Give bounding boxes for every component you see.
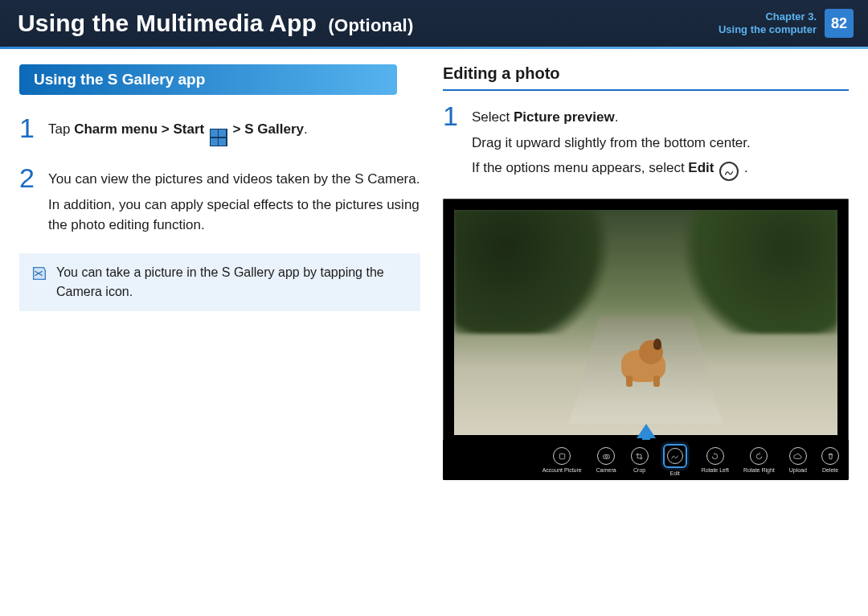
- delete-icon: [826, 452, 835, 461]
- step-2-line-2: In addition, you can apply special effec…: [48, 195, 420, 236]
- step-body: Select Picture preview. Drag it upward s…: [472, 102, 751, 181]
- right-step1-line3: If the options menu appears, select Edit…: [472, 158, 751, 181]
- upload-icon: [793, 452, 802, 461]
- step-number: 1: [19, 114, 39, 146]
- note-icon: [31, 265, 48, 282]
- photo-toolbar: Account Picture Camera Crop Edit: [443, 440, 849, 480]
- rotate-right-icon: [755, 452, 764, 461]
- header-right: Chapter 3. Using the computer 82: [719, 9, 854, 38]
- tool-delete[interactable]: Delete: [821, 447, 839, 473]
- page-title: Using the Multimedia App (Optional): [18, 10, 413, 37]
- step-number: 1: [443, 102, 462, 181]
- photo-viewport[interactable]: [454, 210, 837, 435]
- title-optional: (Optional): [329, 15, 414, 35]
- account-picture-icon: [558, 452, 567, 461]
- title-main: Using the Multimedia App: [18, 10, 317, 36]
- crop-icon: [635, 452, 644, 461]
- right-heading: Editing a photo: [443, 64, 849, 91]
- tool-account-picture[interactable]: Account Picture: [542, 447, 582, 473]
- step-body: Tap Charm menu > Start > S Gallery.: [48, 114, 308, 146]
- svg-point-2: [605, 455, 608, 458]
- right-step-1: 1 Select Picture preview. Drag it upward…: [443, 102, 849, 181]
- note-text: You can take a picture in the S Gallery …: [56, 263, 409, 302]
- edit-tool-icon: [670, 452, 679, 461]
- camera-icon: [602, 452, 611, 461]
- section-heading-pill: Using the S Gallery app: [19, 64, 397, 95]
- left-column: Using the S Gallery app 1 Tap Charm menu…: [19, 64, 420, 480]
- note-box: You can take a picture in the S Gallery …: [19, 253, 420, 311]
- tool-upload[interactable]: Upload: [789, 447, 807, 473]
- rotate-left-icon: [710, 452, 719, 461]
- page-number-badge: 82: [825, 9, 854, 38]
- chapter-line-2: Using the computer: [719, 23, 817, 36]
- step-1: 1 Tap Charm menu > Start > S Gallery.: [19, 114, 420, 146]
- chapter-line-1: Chapter 3.: [719, 10, 817, 23]
- right-column: Editing a photo 1 Select Picture preview…: [443, 64, 849, 480]
- step-1-text: Tap Charm menu > Start > S Gallery.: [48, 119, 308, 146]
- page-header: Using the Multimedia App (Optional) Chap…: [0, 0, 868, 47]
- photo-subject-dog: [615, 340, 671, 384]
- step-2: 2 You can view the pictures and videos t…: [19, 164, 420, 236]
- tool-edit[interactable]: Edit: [663, 444, 687, 476]
- tool-rotate-right[interactable]: Rotate Right: [743, 447, 775, 473]
- left-steps: 1 Tap Charm menu > Start > S Gallery. 2 …: [19, 114, 420, 311]
- step-2-line-1: You can view the pictures and videos tak…: [48, 169, 420, 190]
- page-body: Using the S Gallery app 1 Tap Charm menu…: [0, 47, 868, 480]
- edit-icon: [719, 162, 739, 181]
- tool-rotate-left[interactable]: Rotate Left: [702, 447, 729, 473]
- tool-crop[interactable]: Crop: [631, 447, 649, 473]
- step-number: 2: [19, 164, 39, 236]
- svg-rect-0: [559, 454, 564, 458]
- app-screenshot: Account Picture Camera Crop Edit: [443, 199, 849, 480]
- windows-start-icon: [210, 129, 227, 146]
- right-step1-line1: Select Picture preview.: [472, 107, 751, 128]
- chapter-info: Chapter 3. Using the computer: [719, 10, 817, 37]
- tool-camera[interactable]: Camera: [596, 447, 616, 473]
- right-step1-line2: Drag it upward slightly from the bottom …: [472, 133, 751, 154]
- step-body: You can view the pictures and videos tak…: [48, 164, 420, 236]
